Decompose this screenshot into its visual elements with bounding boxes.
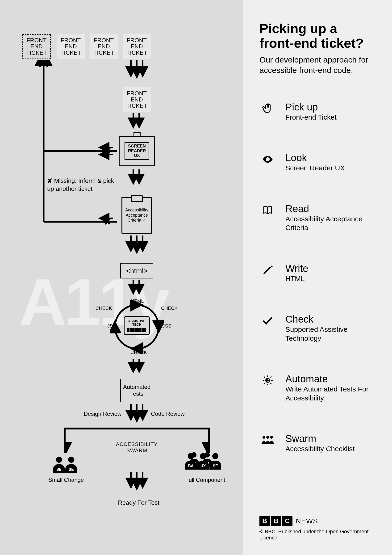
x-mark-icon: ✘ [104,216,112,227]
svg-point-36 [266,436,269,439]
step-look: LookScreen Reader UX [260,152,376,173]
check-cycle: ASSISTIVE TECH HTML CSS CHECK JS CHECK C… [110,300,164,354]
steps-list: Pick upFront-end Ticket LookScreen Reade… [260,102,376,453]
step-swarm: SwarmAccessibility Checklist [260,433,376,453]
step-check: CheckSupported Assistive Technology [260,314,376,343]
book-icon [260,203,276,217]
html-box: <html> [120,263,153,278]
small-change-group-icon: SE SE [53,457,77,473]
flowchart-panel: A11y FRONT END TICKET FRONTENDTICKET FRO… [0,0,243,555]
gear-icon [260,373,276,387]
automated-tests-box: Automated Tests [120,379,153,402]
ticket-dashed: FRONT END TICKET [22,34,51,59]
arrows-down-icon [127,60,146,77]
x-mark-icon: ✘ [104,145,112,156]
arrows-down-icon [131,280,143,293]
arrows-down-icon [131,113,143,127]
arrows-down-icon [127,235,146,252]
assistive-tech-icon: ASSISTIVE TECH [124,316,150,335]
svg-point-37 [270,436,273,439]
screen-reader-ux-box: SCREEN READER UX [119,136,155,166]
ticket-queue: FRONTENDTICKET [57,34,85,59]
ticket-queue: FRONTENDTICKET [123,34,151,59]
svg-point-35 [262,436,265,439]
page-subtitle: Our development approach for accessible … [260,55,376,75]
eye-icon [260,152,276,166]
full-component-label: Full Component [184,477,226,483]
arrows-down-icon [131,169,143,183]
bbc-news-logo: B B C NEWS [260,516,376,526]
svg-point-33 [268,158,269,159]
acceptance-criteria-box: Accessibility Acceptance Criteria ✓ [122,197,152,234]
step-pick-up: Pick upFront-end Ticket [260,102,376,122]
step-automate: AutomateWrite Automated Tests For Access… [260,373,376,402]
page-title: Picking up a front-end ticket? [260,21,376,50]
ticket-selected: FRONTENDTICKET [123,87,151,112]
swarm-label: ACCESSIBILITY SWARM [116,441,158,453]
sidebar-panel: Picking up a front-end ticket? Our devel… [243,0,392,555]
step-write: WriteHTML [260,263,376,283]
code-review-label: Code Review [151,411,185,417]
copyright-text: © BBC. Published under the Open Governme… [260,529,376,541]
hand-icon [260,102,276,116]
design-review-label: Design Review [84,411,122,417]
ticket-queue: FRONTENDTICKET [90,34,118,59]
small-change-label: Small Change [47,477,85,483]
people-icon [260,433,276,447]
missing-note: ✘ Missing: Inform & pick up another tick… [47,177,118,193]
ready-for-test-label: Ready For Test [118,499,160,506]
footer: B B C NEWS © BBC. Published under the Op… [260,516,376,541]
arrows-down-icon [131,359,143,372]
arrows-down-icon [127,404,146,421]
pencil-icon [260,263,276,277]
step-read: ReadAccessibility Acceptance Criteria [260,203,376,232]
full-component-group-icon: SE QA BA UX SE [184,453,226,470]
check-icon [260,314,276,328]
arrows-down-icon [127,472,146,489]
return-path [31,60,120,223]
